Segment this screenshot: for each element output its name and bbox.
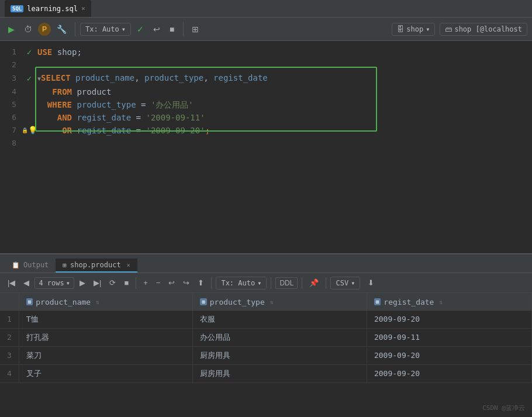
next-page-button[interactable]: ▶ <box>77 277 88 289</box>
ddl-button[interactable]: DDL <box>275 277 298 289</box>
check-icon-3: ✓ <box>27 72 32 85</box>
line-num-3: 3 <box>0 72 23 85</box>
table-body: 1 T恤 衣服 2009-09-20 2 打孔器 办公用品 2009-09-11… <box>0 310 532 382</box>
line-content-1: USE shop; <box>35 46 532 58</box>
last-page-button[interactable]: ▶| <box>91 277 104 289</box>
check-button[interactable]: ✓ <box>133 22 147 36</box>
table-icon: ⊞ <box>63 261 67 269</box>
sql-icon: SQL <box>11 5 23 12</box>
gutter-1: ✓ <box>23 46 35 58</box>
separator-2 <box>183 22 184 36</box>
gutter-3: ✓ <box>23 72 35 85</box>
editor-toolbar: ▶ ⏱ P 🔧 Tx: Auto ▾ ✓ ↩ ■ ⊞ 🗄 shop ▾ 🗃 sh… <box>0 18 532 41</box>
panel-tabs: 📋 Output ⊞ shop.product × <box>0 254 532 273</box>
cell-product-type: 厨房用具 <box>193 364 367 382</box>
delete-row-button[interactable]: − <box>153 277 164 289</box>
data-tx-dropdown[interactable]: Tx: Auto ▾ <box>216 277 267 290</box>
db-full-icon: 🗃 <box>445 25 452 33</box>
code-line-4: 4 FROM product <box>0 85 532 98</box>
data-sep-5 <box>326 277 326 289</box>
timer-button[interactable]: ⏱ <box>20 22 36 36</box>
refresh-button[interactable]: ⟳ <box>106 277 119 289</box>
cell-row-num: 4 <box>0 364 19 382</box>
line-num-6: 6 <box>0 111 23 124</box>
tab-shop-product[interactable]: ⊞ shop.product × <box>56 259 137 273</box>
code-line-7: 7 🔒 💡 OR regist_date = '2009-09-20'; <box>0 124 532 137</box>
line-content-3: ▼SELECT product_name, product_type, regi… <box>35 71 532 85</box>
cell-product-name: 打孔器 <box>19 328 193 346</box>
first-page-button[interactable]: |◀ <box>5 277 18 289</box>
line-content-7: OR regist_date = '2009-09-20'; <box>35 124 532 137</box>
cell-regist-date: 2009-09-11 <box>367 328 531 346</box>
toolbar-right: 🗄 shop ▾ 🗃 shop [@localhost <box>392 23 527 36</box>
line-num-2: 2 <box>0 58 23 71</box>
title-bar: SQL learning.sql × <box>0 0 532 18</box>
rows-selector[interactable]: 4 rows ▾ <box>34 277 74 289</box>
tab-shop-product-label: shop.product <box>70 261 121 269</box>
tab-close-icon[interactable]: × <box>81 5 85 12</box>
lock-icon-7: 🔒 <box>22 124 28 137</box>
code-editor[interactable]: 1 ✓ USE shop; 2 3 ✓ ▼SELECT product_name… <box>0 41 532 154</box>
run-button[interactable]: ▶ <box>5 22 18 36</box>
cell-product-name: T恤 <box>19 310 193 328</box>
table-row: 4 叉子 厨房用具 2009-09-20 <box>0 364 532 382</box>
p-button[interactable]: P <box>38 23 51 36</box>
line-content-6: AND regist_date = '2009-09-11' <box>35 111 532 124</box>
check-icon-1: ✓ <box>27 46 32 58</box>
revert-button[interactable]: ↩ <box>165 277 178 289</box>
csv-dropdown[interactable]: CSV ▾ <box>330 277 360 290</box>
stop-button[interactable]: ■ <box>166 22 178 36</box>
table-row: 3 菜刀 厨房用具 2009-09-20 <box>0 346 532 364</box>
code-line-5: 5 WHERE product_type = '办公用品' <box>0 98 532 111</box>
cell-regist-date: 2009-09-20 <box>367 364 531 382</box>
code-line-1: 1 ✓ USE shop; <box>0 46 532 58</box>
watermark: CSDN @蓝净云 <box>482 404 525 412</box>
cell-regist-date: 2009-09-20 <box>367 310 531 328</box>
pin-button[interactable]: 📌 <box>306 277 322 289</box>
code-line-2: 2 <box>0 58 532 71</box>
db-selector[interactable]: 🗄 shop ▾ <box>392 23 435 36</box>
db-full-selector[interactable]: 🗃 shop [@localhost <box>440 23 527 36</box>
table-row: 2 打孔器 办公用品 2009-09-11 <box>0 328 532 346</box>
data-sep-4 <box>302 277 302 289</box>
add-row-button[interactable]: + <box>140 277 151 289</box>
cell-product-type: 办公用品 <box>193 328 367 346</box>
db-icon: 🗄 <box>397 25 404 33</box>
undo-button[interactable]: ↩ <box>150 22 164 36</box>
line-content-4: FROM product <box>35 85 532 98</box>
editor-tab[interactable]: SQL learning.sql × <box>5 0 91 17</box>
cell-row-num: 3 <box>0 346 19 364</box>
editor-container: 1 ✓ USE shop; 2 3 ✓ ▼SELECT product_name… <box>0 41 532 253</box>
line-content-5: WHERE product_type = '办公用品' <box>35 98 532 111</box>
line-num-5: 5 <box>0 98 23 111</box>
col-header-regist-date[interactable]: ⊞ regist_date ⇅ <box>367 293 531 310</box>
stop-data-button[interactable]: ■ <box>121 277 132 289</box>
line-num-4: 4 <box>0 85 23 98</box>
apply-button[interactable]: ↪ <box>180 277 192 289</box>
cell-product-type: 衣服 <box>193 310 367 328</box>
col-header-product-type[interactable]: ⊞ product_type ⇅ <box>193 293 367 310</box>
data-table-wrapper: ⊞ product_name ⇅ ⊞ product_type ⇅ <box>0 293 532 417</box>
upload-button[interactable]: ⬆ <box>195 277 207 289</box>
data-sep-1 <box>136 277 136 289</box>
tx-dropdown[interactable]: Tx: Auto ▾ <box>80 23 131 36</box>
tab-output[interactable]: 📋 Output <box>5 259 56 273</box>
data-sep-3 <box>271 277 271 289</box>
cell-product-type: 厨房用具 <box>193 346 367 364</box>
col-header-num <box>0 293 19 310</box>
grid-button[interactable]: ⊞ <box>188 22 202 36</box>
tab-close-button[interactable]: × <box>127 262 130 268</box>
data-table: ⊞ product_name ⇅ ⊞ product_type ⇅ <box>0 293 532 383</box>
download-button[interactable]: ⬇ <box>365 277 377 289</box>
settings-button[interactable]: 🔧 <box>53 22 70 36</box>
tab-output-label: Output <box>23 261 49 269</box>
prev-page-button[interactable]: ◀ <box>20 277 32 289</box>
cell-regist-date: 2009-09-20 <box>367 346 531 364</box>
cell-product-name: 菜刀 <box>19 346 193 364</box>
col-header-product-name[interactable]: ⊞ product_name ⇅ <box>19 293 193 310</box>
table-header-row: ⊞ product_name ⇅ ⊞ product_type ⇅ <box>0 293 532 310</box>
output-icon: 📋 <box>12 261 20 269</box>
tab-label: learning.sql <box>27 5 78 13</box>
table-row: 1 T恤 衣服 2009-09-20 <box>0 310 532 328</box>
data-sep-2 <box>211 277 212 289</box>
